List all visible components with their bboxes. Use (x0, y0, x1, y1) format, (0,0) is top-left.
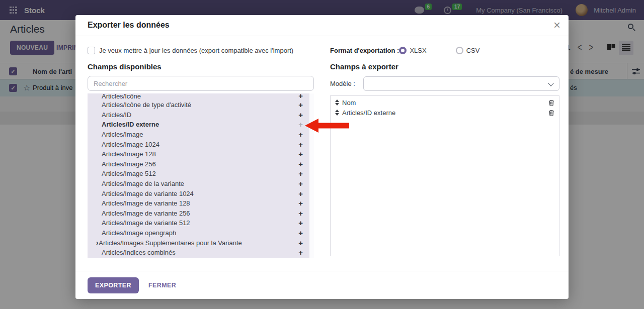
field-label: Articles/Image opengraph (102, 229, 176, 237)
dialog-title: Exporter les données (88, 21, 170, 30)
radio-icon[interactable] (456, 47, 463, 54)
available-field-row[interactable]: › Articles/Image de la variante + (88, 179, 314, 189)
field-label: Articles/Image 128 (102, 150, 156, 158)
add-field-icon[interactable]: + (298, 239, 303, 247)
available-field-row[interactable]: › Articles/Image de variante 1024 + (88, 188, 314, 198)
radio-icon[interactable] (399, 47, 407, 54)
add-field-icon[interactable]: + (298, 179, 303, 188)
update-data-checkbox[interactable] (88, 47, 95, 54)
available-field-row[interactable]: › Articles/Indices combinés + (88, 248, 314, 258)
available-field-row[interactable]: › Articles/Image de variante 128 + (88, 198, 314, 209)
format-radio-option[interactable]: XLSX (399, 47, 426, 54)
add-field-icon[interactable]: + (298, 169, 303, 178)
available-field-row[interactable]: › Articles/Icône + (88, 93, 314, 100)
add-field-icon[interactable]: + (298, 199, 303, 208)
export-fields-heading: Champs à exporter (330, 62, 398, 71)
radio-label: XLSX (410, 47, 426, 54)
available-field-row[interactable]: › Articles/Icône de type d'activité + (88, 100, 314, 110)
add-field-icon[interactable]: + (298, 93, 303, 100)
field-label: Articles/Image de la variante (102, 180, 184, 187)
add-field-icon[interactable]: + (298, 189, 303, 198)
available-field-row[interactable]: › Articles/Image + (88, 130, 314, 140)
available-field-row[interactable]: › Articles/Image de variante 256 + (88, 209, 314, 219)
available-fields-heading: Champs disponibles (88, 62, 162, 71)
drag-handle-icon[interactable] (335, 99, 339, 106)
format-options: XLSX CSV (399, 47, 479, 54)
available-field-row[interactable]: › Articles/Image 1024 + (88, 139, 314, 149)
available-fields-list[interactable]: › Articles/Icône + › Articles/Icône de t… (88, 93, 314, 258)
available-field-row[interactable]: › Articles/Image opengraph + (88, 228, 314, 238)
field-label: Articles/Image (102, 131, 143, 138)
available-field-row[interactable]: › Articles/Image de variante 512 + (88, 218, 314, 228)
available-field-row[interactable]: › Articles/ID + (88, 110, 314, 120)
add-field-icon[interactable]: + (298, 120, 303, 129)
add-field-icon[interactable]: + (298, 219, 303, 227)
available-field-row[interactable]: › Articles/Image 512 + (88, 169, 314, 179)
add-field-icon[interactable]: + (298, 140, 303, 149)
format-radio-option[interactable]: CSV (456, 47, 480, 54)
add-field-icon[interactable]: + (298, 150, 303, 158)
expand-icon[interactable]: › (96, 239, 98, 247)
available-field-row[interactable]: › Articles/Images Supplémentaires pour l… (88, 238, 314, 248)
field-label: Articles/Image de variante 512 (102, 219, 190, 227)
chevron-down-icon (548, 80, 553, 86)
field-label: Articles/Image 1024 (102, 141, 159, 148)
drag-handle-icon[interactable] (335, 110, 339, 116)
close-icon[interactable]: × (553, 17, 560, 33)
field-label: Articles/Image de variante 128 (102, 199, 190, 207)
search-fields-input[interactable] (88, 76, 314, 91)
field-label: Articles/Indices combinés (102, 249, 176, 256)
add-field-icon[interactable]: + (298, 209, 303, 218)
export-field-label: Nom (342, 99, 356, 107)
template-label: Modèle : (330, 80, 363, 87)
template-row: Modèle : (330, 76, 559, 91)
export-format-label: Format d'exportation : (330, 47, 399, 54)
add-field-icon[interactable]: + (298, 130, 303, 139)
field-label: Articles/Icône de type d'activité (102, 101, 191, 109)
remove-field-icon[interactable] (548, 99, 554, 106)
field-label: Articles/Images Supplémentaires pour la … (99, 239, 242, 247)
field-label: Articles/Image 256 (102, 160, 156, 168)
export-button[interactable]: EXPORTER (88, 277, 139, 293)
field-label: Articles/Image 512 (102, 170, 156, 177)
add-field-icon[interactable]: + (298, 248, 303, 257)
export-field-label: Articles/ID externe (342, 109, 395, 117)
export-fields-list[interactable]: Nom Articles/ID externe (330, 95, 559, 256)
add-field-icon[interactable]: + (298, 229, 303, 237)
add-field-icon[interactable]: + (298, 100, 303, 109)
update-data-option[interactable]: Je veux mettre à jour les données (expor… (88, 47, 293, 54)
annotation-arrow (305, 118, 350, 133)
available-field-row[interactable]: › Articles/ID externe + (88, 120, 314, 130)
export-field-row[interactable]: Articles/ID externe (331, 108, 559, 118)
export-field-row[interactable]: Nom (331, 97, 559, 108)
dialog-header: Exporter les données × (75, 15, 569, 36)
add-field-icon[interactable]: + (298, 111, 303, 119)
field-label: Articles/Image de variante 256 (102, 210, 190, 217)
template-select[interactable] (363, 76, 559, 91)
export-dialog: Exporter les données × Je veux mettre à … (75, 15, 569, 299)
available-field-row[interactable]: › Articles/Image 128 + (88, 149, 314, 159)
update-data-label: Je veux mettre à jour les données (expor… (99, 47, 293, 54)
field-label: Articles/Icône (102, 93, 141, 100)
field-label: Articles/ID (102, 111, 131, 119)
field-label: Articles/ID externe (102, 121, 159, 128)
radio-label: CSV (466, 47, 480, 54)
field-label: Articles/Image de variante 1024 (102, 190, 194, 197)
available-field-row[interactable]: › Articles/Image 256 + (88, 159, 314, 169)
remove-field-icon[interactable] (548, 110, 554, 116)
export-format-row: Format d'exportation : XLSX CSV (330, 47, 479, 54)
fermer-button[interactable]: FERMER (148, 282, 176, 289)
add-field-icon[interactable]: + (298, 160, 303, 168)
dialog-footer: EXPORTER FERMER (75, 271, 569, 299)
